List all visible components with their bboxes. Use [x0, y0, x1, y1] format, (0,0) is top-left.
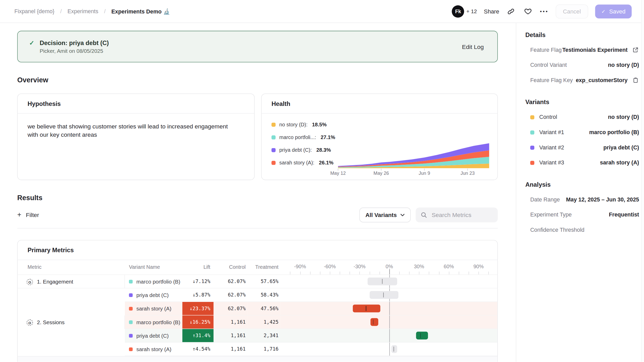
metric-cell: O2. Sessions: [18, 315, 125, 329]
feature-flag-value[interactable]: Testimonials Experiment: [562, 47, 628, 53]
breadcrumb-separator: /: [104, 8, 106, 15]
lift-chip: ↓16.25%: [182, 315, 213, 329]
avatar[interactable]: Fk: [452, 5, 464, 18]
add-metric-button[interactable]: +Add: [18, 356, 497, 362]
variant-color-swatch: [530, 130, 534, 134]
ci-bar: [370, 318, 379, 326]
variant-name: marco portfolio (B): [136, 278, 180, 285]
clipboard-copy-icon[interactable]: [632, 76, 639, 84]
control-value: 62.07%: [214, 302, 247, 315]
variant-value: marco portfolio (B): [589, 129, 639, 135]
breadcrumb-project[interactable]: Fixpanel {demo}: [14, 8, 54, 15]
check-icon: ✓: [601, 8, 606, 14]
breadcrumb-separator: /: [60, 8, 62, 15]
details-section: Details Feature Flag Testimonials Experi…: [525, 31, 639, 88]
variant-cell: marco portfolio (B): [125, 315, 183, 329]
more-options-icon[interactable]: •••: [540, 8, 549, 15]
variant-name: marco portfolio (B): [136, 319, 180, 325]
variant-filter-dropdown[interactable]: All Variants: [359, 208, 411, 222]
collaborator-count: + 12: [466, 8, 477, 15]
row-label: Confidence Threshold: [530, 227, 584, 233]
search-metrics-input[interactable]: [431, 211, 493, 219]
lift-axis-header: -90%-60%-30%0%30%60%90%: [280, 260, 497, 275]
variant-cell: sarah story (A): [125, 302, 183, 315]
analysis-section: Analysis Date Range May 12, 2025 – Jun 3…: [525, 181, 639, 238]
health-stacked-area-chart: May 12May 26Jun 9Jun 23: [337, 140, 490, 176]
results-controls: + Filter All Variants: [17, 208, 498, 222]
chevron-down-icon: [401, 214, 405, 216]
ci-bar: [391, 345, 397, 353]
variant-name: priya debt (C): [136, 292, 169, 298]
favorite-heart-icon[interactable]: [523, 6, 533, 16]
legend-item: no story (D): 18.5%: [271, 122, 335, 128]
metric-name: 2. Sessions: [37, 319, 65, 325]
breadcrumb: Fixpanel {demo} / Experiments / Experime…: [14, 8, 170, 15]
treatment-value: 57.65%: [247, 275, 280, 288]
legend-value: 26.1%: [319, 160, 333, 166]
collaborators[interactable]: Fk + 12: [452, 5, 477, 18]
axis-tick: [399, 272, 400, 274]
overview-cards: Hypothesis we believe that showing custo…: [17, 93, 498, 180]
legend-swatch: [271, 161, 276, 165]
ci-cell: [280, 343, 497, 356]
legend-swatch: [271, 148, 276, 152]
ci-midpoint: [383, 293, 384, 298]
cancel-button[interactable]: Cancel: [556, 4, 588, 18]
lift-value: ↓7.12%: [192, 279, 213, 284]
legend-value: 27.1%: [321, 135, 335, 140]
page-scrollbar[interactable]: [641, 0, 644, 362]
variant-name: sarah story (A): [136, 305, 171, 312]
variant-color-swatch: [129, 320, 132, 324]
ci-midpoint: [373, 320, 373, 324]
control-variant-row: Control Variant no story (D): [525, 57, 639, 73]
hypothesis-title: Hypothesis: [18, 94, 254, 114]
x-axis-label: Jun 23: [460, 171, 475, 176]
health-card: Health no story (D): 18.5% marco portfol…: [261, 93, 498, 180]
axis-tick: [290, 272, 291, 274]
legend-value: 18.5%: [312, 122, 327, 128]
lift-chip: ↓23.37%: [182, 302, 213, 315]
feature-flag-row: Feature Flag Testimonials Experiment: [525, 42, 639, 57]
axis-tick: [369, 272, 370, 274]
ci-bar: [416, 332, 428, 339]
axis-label: 90%: [473, 264, 484, 270]
variant-name: priya debt (C): [136, 332, 169, 339]
variant-color-swatch: [129, 307, 132, 310]
lift-cell: ↓5.87%: [182, 288, 213, 302]
feature-flag-key-row: Feature Flag Key exp_customerStory: [525, 73, 639, 88]
page-body: ✓ Decision: priya debt (C) Picker, Amit …: [0, 23, 644, 362]
variants-section: Variants Control no story (D) Variant #1…: [525, 98, 639, 170]
results-controls-right: All Variants: [359, 208, 498, 222]
variant-filter-label: All Variants: [365, 212, 397, 218]
zero-line: [389, 343, 390, 356]
saved-button[interactable]: ✓ Saved: [595, 4, 632, 18]
row-label: Feature Flag: [530, 47, 562, 53]
zero-line: [389, 315, 390, 329]
row-label: Date Range: [530, 197, 560, 203]
ci-bar: [369, 291, 398, 299]
saved-label: Saved: [609, 8, 626, 15]
legend-label: marco portfoli...:: [279, 135, 316, 140]
axis-tick: [330, 272, 330, 274]
share-button[interactable]: Share: [484, 8, 499, 15]
variant-slot: Control: [539, 114, 557, 120]
copy-link-icon[interactable]: [506, 6, 516, 16]
metric-cell: O1. Engagement: [18, 275, 125, 288]
axis-tick: [419, 272, 419, 274]
legend-label: priya debt (C):: [279, 147, 312, 153]
metric-goal-icon: O: [27, 320, 33, 326]
control-value: 62.07%: [214, 288, 247, 302]
variant-row: Variant #2 priya debt (C): [525, 140, 639, 155]
confidence-threshold-row: Confidence Threshold: [525, 222, 639, 238]
lift-value: ↓5.87%: [192, 292, 213, 298]
variant-slot: Variant #2: [539, 144, 564, 151]
variant-row: Control no story (D): [525, 110, 639, 125]
edit-log-button[interactable]: Edit Log: [462, 43, 484, 50]
add-filter-button[interactable]: + Filter: [17, 211, 39, 219]
breadcrumb-current: Experiments Demo 🔬: [111, 8, 170, 15]
ci-cell: [280, 275, 497, 288]
external-link-icon[interactable]: [632, 46, 639, 54]
breadcrumb-experiments[interactable]: Experiments: [67, 8, 98, 15]
x-axis-label: Jun 9: [419, 171, 430, 176]
treatment-value: 47.56%: [247, 302, 280, 315]
